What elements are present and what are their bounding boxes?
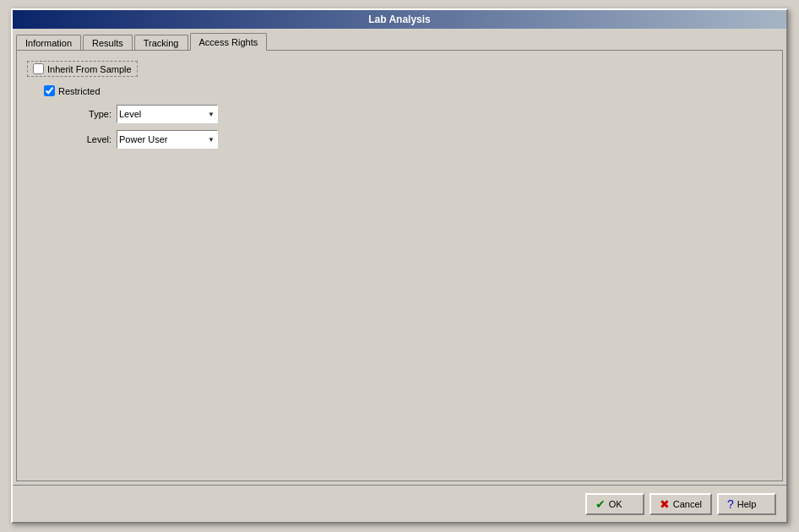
help-label: Help bbox=[737, 499, 757, 509]
dialog-lab-analysis: Lab Analysis Information Results Trackin… bbox=[11, 8, 788, 524]
help-button[interactable]: ? Help bbox=[717, 493, 776, 515]
restricted-checkbox[interactable] bbox=[44, 85, 55, 96]
title-bar: Lab Analysis bbox=[13, 10, 786, 29]
bottom-bar: ✔ OK ✖ Cancel ? Help bbox=[13, 485, 786, 522]
inherit-from-sample-row: Inherit From Sample bbox=[27, 61, 138, 77]
tab-access-rights[interactable]: Access Rights bbox=[190, 33, 268, 51]
tab-results[interactable]: Results bbox=[83, 35, 133, 51]
type-select-wrapper: Level Group User bbox=[117, 105, 218, 123]
access-rights-section: Inherit From Sample Restricted Type: Lev… bbox=[27, 61, 772, 149]
type-field-row: Type: Level Group User bbox=[78, 105, 772, 123]
help-icon: ? bbox=[727, 497, 734, 511]
restricted-row: Restricted bbox=[44, 85, 772, 96]
tab-tracking[interactable]: Tracking bbox=[134, 35, 188, 51]
tab-bar: Information Results Tracking Access Righ… bbox=[13, 29, 786, 50]
level-label: Level: bbox=[78, 134, 111, 144]
cancel-icon: ✖ bbox=[660, 497, 670, 511]
tab-information[interactable]: Information bbox=[16, 35, 81, 51]
restricted-label: Restricted bbox=[58, 86, 101, 96]
field-rows: Type: Level Group User Level: Power User bbox=[78, 105, 772, 149]
type-select[interactable]: Level Group User bbox=[117, 105, 218, 123]
inherit-from-sample-checkbox[interactable] bbox=[33, 63, 44, 74]
level-select[interactable]: Power User Administrator Standard User bbox=[117, 130, 218, 149]
ok-label: OK bbox=[609, 499, 622, 509]
level-select-wrapper: Power User Administrator Standard User bbox=[117, 130, 218, 149]
cancel-label: Cancel bbox=[673, 499, 702, 509]
ok-icon: ✔ bbox=[595, 497, 606, 511]
content-area: Inherit From Sample Restricted Type: Lev… bbox=[16, 50, 783, 481]
ok-button[interactable]: ✔ OK bbox=[585, 493, 644, 515]
inherit-from-sample-label: Inherit From Sample bbox=[47, 64, 132, 74]
level-field-row: Level: Power User Administrator Standard… bbox=[78, 130, 772, 149]
dialog-title: Lab Analysis bbox=[368, 14, 431, 25]
cancel-button[interactable]: ✖ Cancel bbox=[650, 493, 712, 515]
type-label: Type: bbox=[78, 109, 111, 119]
